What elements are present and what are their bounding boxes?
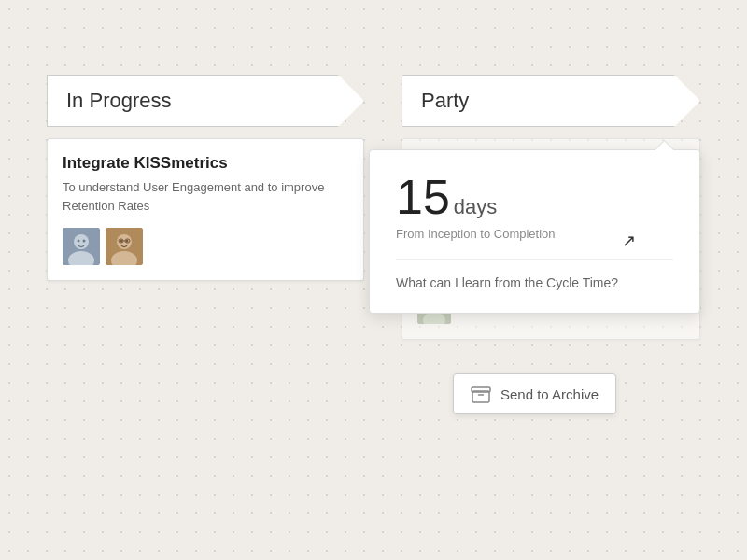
- svg-point-4: [83, 240, 86, 243]
- svg-point-9: [126, 240, 129, 243]
- archive-button-label: Send to Archive: [500, 386, 599, 402]
- cycle-days-unit: days: [454, 195, 497, 219]
- column-in-progress: In Progress Integrate KISSmetrics To und…: [47, 75, 364, 281]
- column-header-in-progress: In Progress: [47, 75, 364, 127]
- svg-rect-18: [472, 391, 489, 402]
- avatar-person1: [63, 228, 100, 265]
- avatar-person2: [106, 228, 143, 265]
- svg-point-8: [120, 240, 123, 243]
- tooltip-divider: [396, 259, 673, 260]
- archive-icon: [471, 384, 491, 404]
- column-header-party: Party: [402, 75, 700, 127]
- column-title-party: Party: [421, 89, 469, 112]
- cycle-time-row: 15 days: [396, 173, 673, 221]
- card-kissmetrics-avatars: [63, 228, 348, 265]
- send-to-archive-button[interactable]: Send to Archive: [453, 373, 616, 414]
- card-kissmetrics-title: Integrate KISSmetrics: [63, 154, 348, 173]
- column-title-in-progress: In Progress: [66, 89, 172, 112]
- cycle-time-tooltip: 15 days From Inception to Completion ↗ W…: [369, 149, 700, 314]
- svg-rect-19: [472, 387, 490, 392]
- card-kissmetrics-description: To understand User Engagement and to imp…: [63, 178, 348, 215]
- cursor-indicator: ↗: [622, 231, 636, 251]
- svg-point-3: [78, 240, 80, 243]
- card-kissmetrics[interactable]: Integrate KISSmetrics To understand User…: [47, 138, 364, 281]
- cycle-days-number: 15: [396, 173, 450, 221]
- cycle-question: What can I learn from the Cycle Time?: [396, 275, 673, 290]
